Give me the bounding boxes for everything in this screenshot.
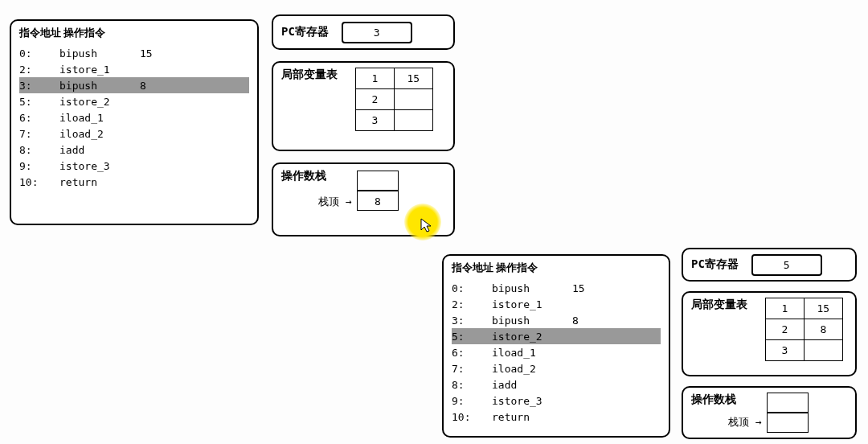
instr-addr-header: 指令地址 [452,261,496,275]
instr-addr: 9: [452,395,492,407]
instr-op: return [492,411,572,423]
cursor-icon [420,217,436,233]
operand-stack-label: 操作数栈 [691,393,736,407]
local-var-value: 15 [394,68,432,89]
stack-cell: 8 [357,191,399,211]
local-var-row: 115 [765,298,842,319]
instr-addr: 10: [452,411,492,423]
instr-op: istore_1 [492,298,572,310]
local-var-index: 3 [355,110,394,131]
local-var-row: 28 [765,319,842,340]
stack-cell [357,171,399,191]
instruction-row: 9:istore_3 [452,393,661,409]
instr-addr: 10: [19,176,59,188]
instruction-row: 10:return [19,174,249,190]
arrow-right-icon: → [755,416,762,428]
instr-arg: 8 [140,80,172,92]
instr-op: bipush [59,47,140,60]
instruction-row: 7:iload_2 [19,125,249,142]
instruction-row: 5:istore_2 [19,93,249,109]
local-var-value [804,340,842,361]
local-vars-label: 局部变量表 [281,68,338,82]
instruction-panel-2: 指令地址 操作指令 0:bipush152:istore_13:bipush85… [442,254,670,438]
instr-addr: 6: [19,112,59,124]
instr-op: iload_1 [492,347,572,359]
instruction-panel-1: 指令地址 操作指令 0:bipush152:istore_13:bipush85… [10,19,259,225]
instruction-row: 8:iadd [19,142,249,158]
instr-addr: 3: [452,314,492,327]
instruction-row: 8:iadd [452,376,661,393]
instr-op: bipush [59,80,140,92]
instruction-row: 9:istore_3 [19,158,249,174]
instruction-row: 2:istore_1 [19,61,249,77]
local-var-row: 3 [355,110,432,131]
local-var-value [394,110,432,131]
instr-addr: 9: [19,160,59,172]
pc-register-panel-1: PC寄存器 3 [272,14,455,50]
stack-cell [767,413,809,433]
instr-addr: 3: [19,80,59,92]
instr-addr: 7: [452,363,492,375]
stack-cell [767,393,809,413]
instruction-list-1: 0:bipush152:istore_13:bipush85:istore_26… [19,45,249,190]
instr-addr: 8: [452,379,492,391]
instr-op-header: 操作指令 [63,26,160,40]
local-var-row: 2 [355,89,432,110]
instr-op: istore_2 [59,96,140,108]
stack-top-label: 栈顶 [728,416,749,428]
instr-op: bipush [492,282,572,294]
instr-op: return [59,176,140,188]
local-var-index: 2 [765,319,804,340]
pc-register-value: 5 [751,254,822,276]
instr-addr: 2: [452,298,492,310]
instr-op: istore_3 [492,395,572,407]
instruction-row: 10:return [452,409,661,425]
instr-arg: 15 [572,282,604,294]
instruction-row: 6:iload_1 [19,109,249,125]
instruction-row: 7:iload_2 [452,360,661,376]
instr-op: iadd [59,144,140,156]
instruction-row: 5:istore_2 [452,328,661,344]
local-var-index: 2 [355,89,394,110]
instr-addr: 5: [19,96,59,108]
instr-addr: 5: [452,331,492,343]
operand-stack-panel-2: 操作数栈 栈顶 → [682,386,857,439]
pc-register-panel-2: PC寄存器 5 [682,248,857,282]
instr-addr: 7: [19,128,59,140]
local-vars-panel-1: 局部变量表 11523 [272,61,455,151]
instr-op: bipush [492,314,572,327]
local-vars-table-2: 115283 [765,298,843,361]
instruction-row: 0:bipush15 [19,45,249,61]
instr-op: istore_2 [492,331,572,343]
instr-op: iadd [492,379,572,391]
local-vars-table-1: 11523 [355,68,433,131]
local-var-value [394,89,432,110]
instruction-row: 3:bipush8 [452,312,661,328]
instr-op: iload_2 [59,128,140,140]
instruction-list-2: 0:bipush152:istore_13:bipush85:istore_26… [452,280,661,425]
instr-op: istore_1 [59,64,140,76]
pc-register-label: PC寄存器 [281,25,329,39]
instr-op-header: 操作指令 [496,261,592,275]
instr-arg: 15 [140,47,172,60]
arrow-right-icon: → [346,195,352,208]
instr-op: istore_3 [59,160,140,172]
pc-register-value: 3 [342,22,412,43]
local-vars-label: 局部变量表 [691,298,747,312]
instr-arg: 8 [572,314,604,327]
instruction-row: 3:bipush8 [19,77,249,93]
instr-op: iload_1 [59,112,140,124]
instr-addr: 0: [452,282,492,294]
local-var-value: 15 [804,298,842,319]
instruction-row: 6:iload_1 [452,344,661,360]
instr-op: iload_2 [492,363,572,375]
instr-addr: 8: [19,144,59,156]
local-var-index: 1 [765,298,804,319]
local-vars-panel-2: 局部变量表 115283 [682,291,857,376]
operand-stack-label: 操作数栈 [281,169,326,183]
pc-register-label: PC寄存器 [691,257,739,272]
local-var-row: 115 [355,68,432,89]
instr-addr: 0: [19,47,59,60]
stack-top-label: 栈顶 [318,195,339,208]
instruction-row: 0:bipush15 [452,280,661,296]
